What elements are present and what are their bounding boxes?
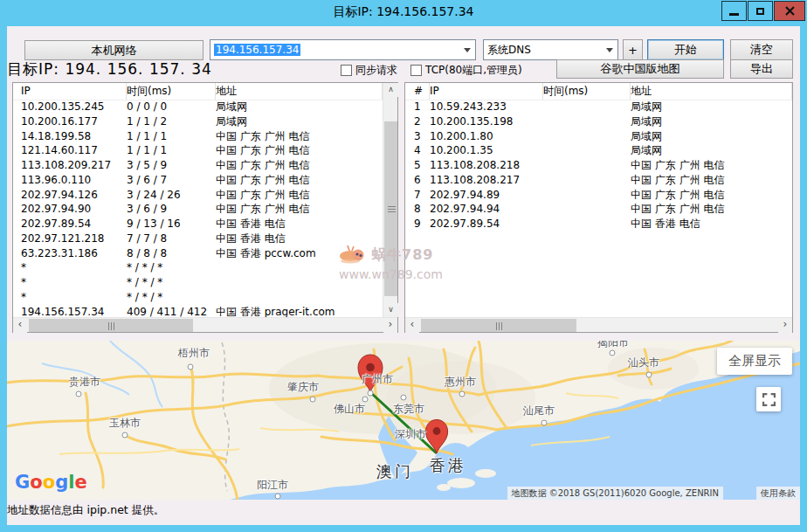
table-row[interactable]: 10.200.16.1771 / 1 / 2局域网 [13, 114, 383, 129]
column-header[interactable]: IP [13, 83, 127, 100]
table-cell [543, 217, 631, 231]
table-cell: 局域网 [631, 129, 792, 144]
scrollbar-thumb[interactable] [29, 319, 193, 332]
table-cell: 局域网 [631, 100, 792, 114]
second-trace-table: #IP时间(ms)地址 110.59.243.233局域网210.200.135… [404, 82, 793, 333]
scroll-right-icon[interactable]: › [383, 318, 397, 333]
map-city-dot [310, 397, 316, 403]
table-row[interactable]: 410.200.1.35局域网 [405, 143, 792, 158]
table-row[interactable]: 7202.97.94.89中国 广东 广州 电信 [405, 188, 792, 203]
chevron-down-icon[interactable] [464, 48, 471, 52]
sync-request-checkbox[interactable]: 同步请求 [341, 63, 397, 78]
column-header[interactable]: IP [430, 83, 543, 100]
horizontal-scrollbar[interactable]: ‹ › [13, 317, 397, 332]
google-china-map-button[interactable]: 谷歌中国版地图 [556, 59, 724, 79]
table-row[interactable]: 202.97.94.903 / 6 / 9中国 广东 广州 电信 [13, 202, 383, 217]
table-cell [543, 129, 631, 144]
tcp-checkbox[interactable]: TCP(80端口,管理员) [410, 63, 522, 78]
map-city-dot [188, 364, 194, 370]
table-cell: * / * / * [127, 290, 216, 305]
scroll-right-icon[interactable]: › [778, 318, 792, 333]
table-cell: 局域网 [631, 114, 792, 129]
local-network-button[interactable]: 本机网络 [24, 40, 203, 60]
export-button[interactable]: 导出 [730, 59, 793, 79]
table-cell: 1 / 1 / 2 [127, 114, 216, 129]
scrollbar-grip-icon [388, 206, 396, 212]
maximize-button[interactable] [748, 1, 773, 21]
map-city-label: 玉林市 [109, 416, 141, 431]
table-row[interactable]: 194.156.157.34409 / 411 / 412中国 香港 prage… [13, 305, 383, 318]
scrollbar-thumb[interactable] [421, 319, 576, 332]
table-cell: 2 [405, 114, 430, 129]
minimize-button[interactable] [721, 1, 747, 21]
scroll-left-icon[interactable]: ‹ [13, 318, 27, 333]
table-row[interactable]: 113.96.0.1103 / 6 / 7中国 广东 广州 电信 [13, 173, 383, 188]
table-cell: 8 [405, 202, 430, 217]
table-row[interactable]: ** / * / * [13, 275, 383, 290]
chevron-down-icon[interactable] [606, 48, 613, 52]
scroll-up-icon[interactable]: ∧ [383, 83, 398, 97]
map-city-label: 贵港市 [69, 375, 100, 390]
add-ip-button[interactable]: + [623, 39, 643, 60]
column-header[interactable]: 地址 [216, 83, 383, 100]
table-row[interactable]: 113.108.209.2173 / 5 / 9中国 广东 广州 电信 [13, 158, 383, 173]
close-button[interactable] [774, 1, 805, 21]
table-row[interactable]: 8202.97.94.94中国 广东 广州 电信 [405, 202, 792, 217]
snail-icon [339, 245, 369, 266]
map-panel[interactable]: 揭阳市梧州市汕头市贵港市惠州市肇庆市广州市佛山市东莞市玉林市汕尾市深圳市香港澳门… [7, 341, 800, 500]
map-city-label: 深圳市 [395, 427, 426, 442]
column-header[interactable]: # [405, 83, 430, 100]
table-cell: * / * / * [127, 260, 216, 275]
table-row[interactable]: 63.223.31.1868 / 8 / 8中国 香港 pccw.com [13, 246, 383, 261]
table-row[interactable]: 6113.108.208.217中国 广东 广州 电信 [405, 173, 792, 188]
table-cell: 202.97.121.218 [13, 231, 127, 246]
scrollbar-grip-icon [496, 322, 502, 330]
google-logo-letter: o [43, 472, 55, 493]
table-row[interactable]: 10.200.135.2450 / 0 / 0局域网 [13, 100, 383, 114]
table-cell: 4 [405, 143, 430, 158]
column-header[interactable]: 时间(ms) [543, 83, 631, 100]
fullscreen-display-button[interactable]: 全屏显示 [717, 348, 792, 375]
table-cell: * [13, 275, 127, 290]
table-cell: 3 [405, 129, 430, 144]
column-header[interactable]: 时间(ms) [127, 83, 216, 100]
table-row[interactable]: 202.97.121.2187 / 7 / 8中国 香港 电信 [13, 231, 383, 246]
titlebar[interactable]: 目标IP: 194.156.157.34 [0, 0, 807, 26]
table-row[interactable]: 121.14.60.1171 / 1 / 1中国 广东 广州 电信 [13, 143, 383, 158]
app-window: 目标IP: 194.156.157.34 本机网络 194.156.157.34… [0, 0, 807, 532]
target-ip-combobox[interactable]: 194.156.157.34 [210, 39, 476, 60]
horizontal-scrollbar[interactable]: ‹ › [405, 317, 792, 332]
scroll-left-icon[interactable]: ‹ [405, 318, 419, 333]
start-button[interactable]: 开始 [647, 39, 724, 60]
terms-link[interactable]: 使用条款 [756, 487, 800, 500]
table-cell: 中国 广东 广州 电信 [216, 188, 383, 203]
table-row[interactable]: 9202.97.89.54中国 香港 电信 [405, 217, 792, 231]
dns-combobox[interactable]: 系统DNS [483, 39, 618, 60]
google-logo[interactable]: Google [15, 472, 87, 493]
watermark-text: 蜗牛789 [372, 246, 433, 265]
table-row[interactable]: ** / * / * [13, 290, 383, 305]
table-row[interactable]: 5113.108.208.218中国 广东 广州 电信 [405, 158, 792, 173]
table-cell [543, 188, 631, 203]
map-city-label: 惠州市 [445, 375, 476, 390]
table-cell: 10.200.16.177 [13, 114, 127, 129]
table-cell: 中国 香港 电信 [216, 217, 383, 231]
checkbox-icon[interactable] [410, 65, 422, 76]
table-row[interactable]: 14.18.199.581 / 1 / 1中国 广东 广州 电信 [13, 129, 383, 144]
scroll-down-icon[interactable]: ∨ [383, 303, 398, 317]
clear-button[interactable]: 清空 [730, 39, 793, 60]
fullscreen-toggle-button[interactable] [756, 387, 781, 411]
vertical-scrollbar[interactable]: ∧ ∨ [383, 83, 397, 317]
map-city-label: 汕头市 [628, 356, 659, 370]
table-row[interactable]: 210.200.135.198局域网 [405, 114, 792, 129]
table-row[interactable]: ** / * / * [13, 260, 383, 275]
column-header[interactable]: 地址 [631, 83, 792, 100]
table-row[interactable]: 202.97.89.549 / 13 / 16中国 香港 电信 [13, 217, 383, 231]
table-cell: 10.200.135.245 [13, 100, 127, 114]
table-cell: 113.108.208.218 [430, 158, 543, 173]
table-cell: 202.97.94.126 [13, 188, 127, 203]
checkbox-icon[interactable] [341, 65, 352, 76]
table-row[interactable]: 202.97.94.1263 / 24 / 26中国 广东 广州 电信 [13, 188, 383, 203]
table-row[interactable]: 110.59.243.233局域网 [405, 100, 792, 114]
table-row[interactable]: 310.200.1.80局域网 [405, 129, 792, 144]
